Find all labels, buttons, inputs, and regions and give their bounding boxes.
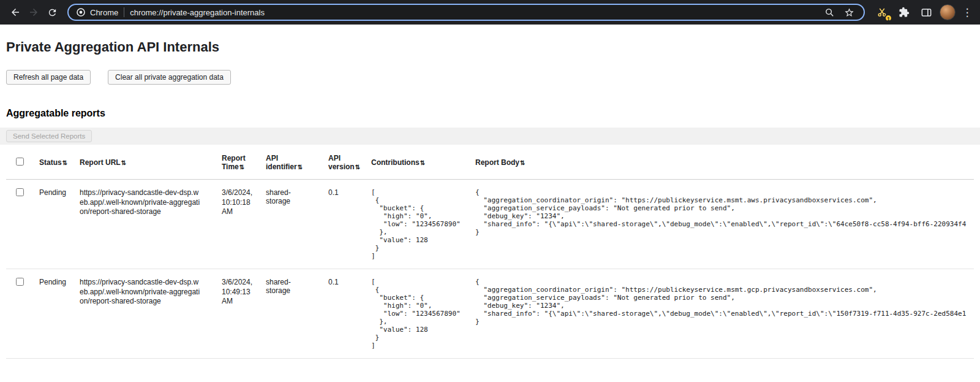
select-all-cell: [6, 145, 34, 180]
action-buttons: Refresh all page data Clear all private …: [6, 70, 974, 85]
aggregatable-reports-table: Status⇅ Report URL⇅ Report Time⇅ API ide…: [6, 145, 974, 359]
chrome-chip-label: Chrome: [90, 8, 118, 17]
sort-arrows-icon: ⇅: [355, 164, 360, 170]
status-cell: Pending: [34, 269, 75, 359]
report-body-cell: { "aggregation_coordinator_origin": "htt…: [470, 180, 974, 269]
browser-toolbar: Chrome chrome://private-aggregation-inte…: [0, 0, 980, 25]
profile-avatar[interactable]: [940, 4, 956, 20]
api-version-cell: 0.1: [323, 269, 366, 359]
header-label: API identifier: [266, 154, 297, 171]
forward-icon[interactable]: [24, 3, 43, 21]
table-row: Pending https://privacy-sandcastle-dev-d…: [6, 269, 974, 359]
header-report-time[interactable]: Report Time⇅: [217, 145, 261, 180]
report-url-cell: https://privacy-sandcastle-dev-dsp.web.a…: [75, 180, 217, 269]
sort-arrows-icon: ⇅: [62, 159, 67, 166]
header-label: Status: [39, 158, 62, 167]
sort-arrows-icon: ⇅: [420, 159, 425, 166]
menu-kebab-icon[interactable]: ⋮: [960, 6, 974, 19]
section-title: Aggregatable reports: [6, 108, 974, 119]
sort-arrows-icon: ⇅: [239, 164, 244, 170]
report-body-json: { "aggregation_coordinator_origin": "htt…: [475, 188, 969, 236]
url-text: chrome://private-aggregation-internals: [130, 8, 817, 17]
page-title: Private Aggregation API Internals: [6, 39, 974, 55]
contributions-json: [ { "bucket": { "high": "0", "low": "123…: [371, 188, 466, 260]
table-header-row: Status⇅ Report URL⇅ Report Time⇅ API ide…: [6, 145, 974, 180]
chrome-logo-icon: [76, 7, 86, 17]
status-cell: Pending: [34, 180, 75, 269]
api-identifier-cell: shared-storage: [261, 180, 323, 269]
address-bar[interactable]: Chrome chrome://private-aggregation-inte…: [67, 4, 865, 21]
side-panel-icon[interactable]: [918, 4, 935, 21]
sort-arrows-icon: ⇅: [298, 164, 303, 170]
row-checkbox[interactable]: [16, 188, 24, 196]
report-time-cell: 3/6/2024, 10:10:18 AM: [217, 180, 261, 269]
report-url-cell: https://privacy-sandcastle-dev-dsp.web.a…: [75, 269, 217, 359]
header-label: Contributions: [371, 158, 420, 167]
header-contributions[interactable]: Contributions⇅: [366, 145, 470, 180]
api-version-cell: 0.1: [323, 180, 366, 269]
reload-icon[interactable]: [43, 3, 61, 21]
report-body-json: { "aggregation_coordinator_origin": "htt…: [475, 278, 969, 326]
header-api-identifier[interactable]: API identifier⇅: [261, 145, 323, 180]
header-report-url[interactable]: Report URL⇅: [75, 145, 217, 180]
report-time-cell: 3/6/2024, 10:49:13 AM: [217, 269, 261, 359]
back-icon[interactable]: [6, 3, 24, 21]
reports-table-body: Pending https://privacy-sandcastle-dev-d…: [6, 180, 974, 359]
clear-data-button[interactable]: Clear all private aggregation data: [108, 70, 231, 85]
extension-badge: 1: [884, 14, 892, 22]
sort-arrows-icon: ⇅: [121, 159, 126, 166]
table-row: Pending https://privacy-sandcastle-dev-d…: [6, 180, 974, 269]
omnibox-divider: [124, 7, 124, 17]
bookmark-star-icon[interactable]: [842, 5, 856, 20]
contributions-cell: [ { "bucket": { "high": "0", "low": "123…: [366, 180, 470, 269]
header-label: API version: [328, 154, 355, 171]
contributions-json: [ { "bucket": { "high": "0", "low": "123…: [371, 278, 466, 350]
page-content: Private Aggregation API Internals Refres…: [0, 25, 980, 359]
refresh-button[interactable]: Refresh all page data: [6, 70, 91, 85]
row-checkbox-cell: [6, 269, 34, 359]
report-body-cell: { "aggregation_coordinator_origin": "htt…: [470, 269, 974, 359]
reports-toolbar: Send Selected Reports: [0, 128, 980, 145]
header-status[interactable]: Status⇅: [34, 145, 75, 180]
sort-arrows-icon: ⇅: [520, 159, 525, 166]
row-checkbox[interactable]: [16, 278, 24, 286]
contributions-cell: [ { "bucket": { "high": "0", "low": "123…: [366, 269, 470, 359]
extension-action-icon[interactable]: 1: [873, 4, 891, 21]
extensions-puzzle-icon[interactable]: [895, 4, 913, 21]
api-identifier-cell: shared-storage: [261, 269, 323, 359]
header-label: Report Body: [475, 158, 519, 167]
toolbar-right-icons: 1 ⋮: [873, 4, 974, 21]
header-report-body[interactable]: Report Body⇅: [470, 145, 974, 180]
header-label: Report URL: [80, 158, 121, 167]
send-selected-reports-button[interactable]: Send Selected Reports: [6, 130, 92, 142]
row-checkbox-cell: [6, 180, 34, 269]
select-all-checkbox[interactable]: [16, 158, 24, 166]
zoom-icon[interactable]: [822, 5, 837, 20]
header-api-version[interactable]: API version⇅: [323, 145, 366, 180]
